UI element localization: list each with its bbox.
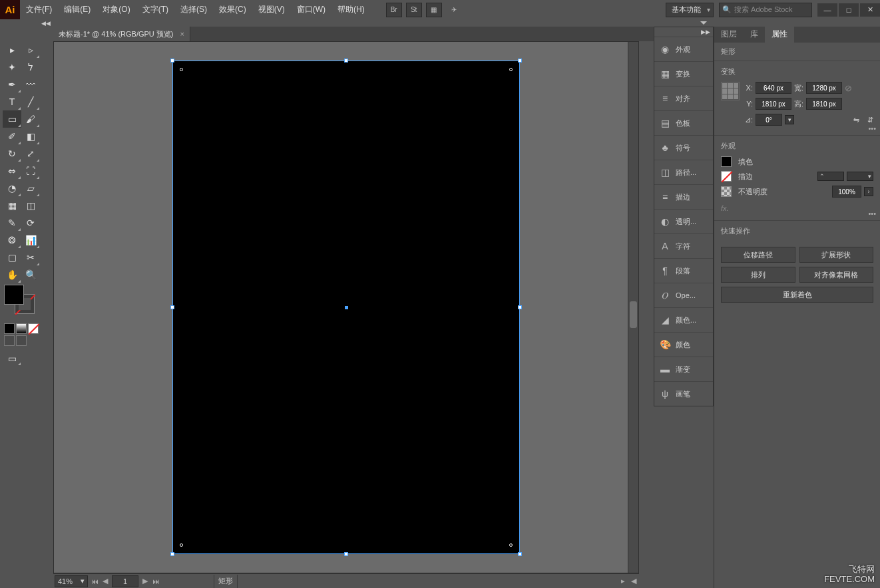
x-input[interactable]: 640 px [756,82,791,94]
none-mode-icon[interactable] [28,323,39,334]
artboard-rectangle[interactable] [172,61,520,554]
panel-paragraph[interactable]: ¶段落 [654,258,713,283]
sel-handle-tm[interactable] [344,59,348,63]
paintbrush-tool[interactable]: 🖌 [21,110,40,128]
panel-brushes[interactable]: ψ画笔 [654,381,713,406]
align-pixel-button[interactable]: 对齐像素网格 [799,267,874,283]
panel-color[interactable]: 🎨颜色 [654,332,713,357]
menu-object[interactable]: 对象(O) [97,0,136,19]
corner-widget-bl[interactable] [180,543,183,547]
document-tab[interactable]: 未标题-1* @ 41% (RGB/GPU 预览) × [53,27,190,41]
panel-color-guide[interactable]: ◢颜色... [654,307,713,332]
canvas-area[interactable] [53,41,639,573]
maximize-button[interactable]: □ [839,3,859,17]
panel-appearance[interactable]: ◉外观 [654,37,713,61]
stock-search[interactable]: 🔍 搜索 Adobe Stock [719,3,812,17]
scale-tool[interactable]: ⤢ [21,145,40,162]
corner-widget-br[interactable] [509,543,513,547]
sel-handle-tr[interactable] [518,59,522,63]
panel-symbols[interactable]: ♣符号 [654,135,713,160]
arrange-docs-button[interactable]: ▦ [426,3,442,17]
width-tool[interactable]: ⇔ [3,162,21,180]
bridge-button[interactable]: Br [386,3,402,17]
sel-handle-br[interactable] [518,552,522,556]
stroke-color-chip[interactable] [721,171,732,182]
shape-builder-tool[interactable]: ◔ [3,180,21,197]
zoom-tool[interactable]: 🔍 [21,266,40,283]
perspective-tool[interactable]: ▱ [21,180,40,197]
close-window-button[interactable]: ✕ [860,3,880,17]
type-tool[interactable]: T [3,93,21,110]
sel-handle-bm[interactable] [344,552,348,556]
width-input[interactable]: 1280 px [806,82,842,94]
tab-layers[interactable]: 图层 [714,26,744,43]
sel-handle-mr[interactable] [518,305,522,309]
eyedropper-tool[interactable]: ✎ [3,214,21,231]
symbol-sprayer-tool[interactable]: ❂ [3,231,21,249]
fill-stroke-swatch[interactable] [3,285,40,322]
tab-libraries[interactable]: 库 [744,26,765,43]
toolbar-expand-icon[interactable]: ◀◀ [41,20,51,27]
angle-input[interactable]: 0° [756,114,782,126]
opacity-input[interactable]: 100% [832,186,861,198]
arrange-button[interactable]: 排列 [721,267,795,283]
opacity-chip[interactable] [721,186,732,197]
slice-tool[interactable]: ✂ [21,249,40,266]
gradient-mode-icon[interactable] [16,323,27,334]
offset-path-button[interactable]: 位移路径 [721,247,795,263]
menu-edit[interactable]: 编辑(E) [58,0,97,19]
status-menu-icon[interactable]: ▸ [618,576,628,587]
corner-widget-tr[interactable] [509,68,513,71]
panel-swatches[interactable]: ▤色板 [654,110,713,135]
shaper-tool[interactable]: ✐ [3,128,21,145]
lasso-tool[interactable]: ל [21,59,40,76]
fx-button[interactable]: fx. [721,202,873,215]
height-input[interactable]: 1810 px [806,98,842,110]
angle-dropdown[interactable]: ▾ [785,115,794,124]
reference-point-icon[interactable] [721,82,740,100]
sel-handle-bl[interactable] [170,552,174,556]
eraser-tool[interactable]: ◧ [21,128,40,145]
menu-effect[interactable]: 效果(C) [213,0,252,19]
line-tool[interactable]: ╱ [21,93,40,110]
screen-mode-tool[interactable]: ▭ [3,351,21,366]
menu-file[interactable]: 文件(F) [20,0,58,19]
gpu-icon[interactable]: ✈ [446,3,462,17]
color-mode-icon[interactable] [4,323,15,334]
draw-behind-icon[interactable] [16,335,27,346]
close-tab-icon[interactable]: × [180,30,184,38]
stroke-weight-dropdown[interactable]: ▾ [847,172,873,181]
rotate-tool[interactable]: ↻ [3,145,21,162]
draw-normal-icon[interactable] [4,335,15,346]
panel-strip-expand-icon[interactable] [700,21,707,25]
fill-swatch[interactable] [4,285,24,305]
fill-color-chip[interactable] [721,156,732,167]
hscroll-left-icon[interactable]: ◀ [628,576,639,587]
transform-more-icon[interactable]: ••• [868,124,876,132]
nav-next-icon[interactable]: ▶ [140,576,150,587]
flip-v-icon[interactable]: ⇵ [867,116,873,124]
expand-panels-icon[interactable]: ▶▶ [701,29,710,35]
artboard-number[interactable]: 1 [112,575,138,587]
curvature-tool[interactable]: 〰 [21,76,40,93]
sel-handle-ml[interactable] [170,305,174,309]
vertical-scrollbar[interactable] [628,42,638,573]
tab-properties[interactable]: 属性 [765,26,794,43]
appearance-more-icon[interactable]: ••• [868,210,876,218]
workspace-dropdown[interactable]: 基本功能 [666,3,714,17]
scrollbar-thumb[interactable] [630,301,637,328]
artboard-tool[interactable]: ▢ [3,249,21,266]
menu-window[interactable]: 窗口(W) [291,0,331,19]
menu-view[interactable]: 视图(V) [252,0,291,19]
free-transform-tool[interactable]: ⛶ [21,162,40,180]
stroke-weight-stepper[interactable]: ⌃ [817,172,844,181]
link-wh-icon[interactable]: ⊘ [845,83,852,93]
panel-opentype[interactable]: 𝑂Ope... [654,283,713,307]
recolor-button[interactable]: 重新着色 [721,287,873,303]
expand-shape-button[interactable]: 扩展形状 [799,247,874,263]
stock-button[interactable]: St [406,3,422,17]
magic-wand-tool[interactable]: ✦ [3,59,21,76]
corner-widget-tl[interactable] [180,68,183,71]
panel-transform[interactable]: ▦变换 [654,61,713,86]
nav-first-icon[interactable]: ⏮ [89,576,100,587]
